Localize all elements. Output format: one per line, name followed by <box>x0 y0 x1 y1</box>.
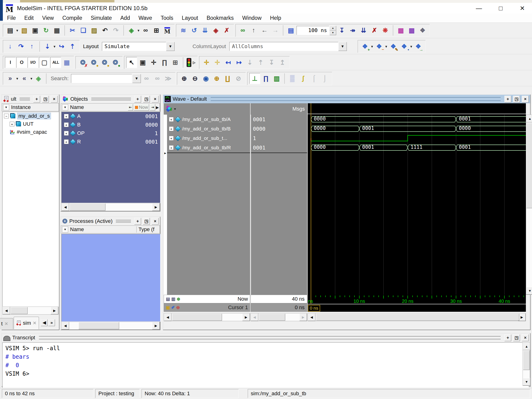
expand-all-button[interactable] <box>19 73 30 84</box>
traffic-light-dropdown[interactable]: ▷ <box>193 61 196 64</box>
reload-button[interactable] <box>41 25 51 36</box>
waveform-canvas[interactable]: 000000010000000100000000000111110001 <box>308 103 526 295</box>
scroll-thumb[interactable] <box>316 314 519 321</box>
end-simulation-button[interactable] <box>222 25 232 36</box>
wave-canvas-scrollbar[interactable] <box>308 313 526 321</box>
menu-edit[interactable]: Edit <box>20 14 38 22</box>
zoom-in-on-cursor-button[interactable] <box>212 73 222 84</box>
add-button[interactable] <box>504 334 511 341</box>
run-button[interactable] <box>337 25 347 36</box>
add-bookmark-button[interactable]: + <box>360 41 370 52</box>
cursor-time-box[interactable]: 0 ns <box>308 305 320 312</box>
scroll-track[interactable] <box>69 322 152 330</box>
transcript-panel-header[interactable]: Transcript <box>2 333 530 342</box>
menu-help[interactable]: Help <box>266 14 285 22</box>
filter-custom-button[interactable] <box>62 57 72 68</box>
object-row-r[interactable]: + R 0001 <box>62 137 160 146</box>
menu-window[interactable]: Window <box>238 14 266 22</box>
expand-dropdown[interactable]: ▾ <box>30 77 33 81</box>
objects-horizontal-scrollbar[interactable] <box>61 203 160 211</box>
scroll-track[interactable] <box>10 307 51 314</box>
spinner-down-icon[interactable]: ▼ <box>329 31 336 35</box>
expand-time-at-cursor-button[interactable] <box>309 73 319 84</box>
processes-in-region-button[interactable]: ● <box>89 57 99 68</box>
edit-mode-button[interactable] <box>170 57 180 68</box>
redo-button[interactable] <box>111 25 121 36</box>
wave-panel-header[interactable]: Wave - Default <box>163 95 530 103</box>
open-file-button[interactable] <box>19 25 30 36</box>
scroll-left-icon[interactable] <box>308 313 316 321</box>
header-expand-icon[interactable]: ▶ <box>156 105 159 110</box>
find-in-design-button[interactable] <box>211 25 221 36</box>
environment-back-button[interactable] <box>259 25 270 36</box>
scroll-up-icon[interactable] <box>526 115 532 122</box>
scroll-thumb[interactable] <box>172 314 222 321</box>
add-cursor-icon[interactable]: ⊕ <box>177 296 180 302</box>
filter-inouts-button[interactable]: I/O <box>28 57 38 68</box>
edit-bookmark-button[interactable]: ✎ <box>388 41 399 52</box>
scroll-left-icon[interactable] <box>164 313 171 321</box>
filter-icon[interactable]: ▼ <box>62 226 68 232</box>
add-button[interactable] <box>134 218 141 225</box>
expand-icon[interactable]: + <box>10 122 14 126</box>
close-panel-button[interactable] <box>152 218 158 225</box>
save-bookmarks-button[interactable]: ▪ <box>399 41 409 52</box>
layout-combo[interactable]: Simulate ▼ <box>102 42 175 51</box>
scroll-track[interactable] <box>258 313 299 321</box>
add-button[interactable] <box>134 96 141 103</box>
menu-file[interactable]: File <box>3 14 20 22</box>
expanded-time-events-button[interactable] <box>298 73 308 84</box>
search-previous-button[interactable] <box>141 73 152 84</box>
find-previous-falling-edge-button[interactable] <box>245 57 255 68</box>
edit-cursor-icon[interactable]: ▥ <box>171 296 175 302</box>
panel-grip[interactable] <box>116 220 131 223</box>
instance-tree[interactable]: − my_add_or_s + UUT #vsim_capac <box>2 112 59 306</box>
scroll-right-icon[interactable] <box>152 203 160 211</box>
run-length-input[interactable] <box>297 26 329 35</box>
add-button[interactable] <box>33 96 40 103</box>
filter-internal-button[interactable] <box>39 57 50 68</box>
close-panel-button[interactable] <box>522 334 529 341</box>
timeline-ruler[interactable]: ns10 ns20 ns30 ns40 ns <box>308 295 526 304</box>
performance-profile-button[interactable] <box>396 25 406 36</box>
processes-list[interactable] <box>61 234 160 322</box>
wave-vertical-scrollbar[interactable] <box>526 115 532 295</box>
tree-label-root[interactable]: my_add_or_s <box>17 113 51 119</box>
scroll-thumb[interactable] <box>526 123 532 208</box>
objects-list[interactable]: + A 0001 + B 0000 + OP 1 + R 0001 <box>61 112 160 203</box>
zoom-in-button[interactable] <box>179 73 190 84</box>
menu-wave[interactable]: Wave <box>134 14 156 22</box>
traffic-light-icon[interactable] <box>187 58 191 67</box>
expand-icon[interactable]: + <box>169 117 174 122</box>
cursor-row-names[interactable]: ▣ ✐ ⊖ Cursor 1 <box>164 303 250 312</box>
print-button[interactable] <box>52 25 62 36</box>
scroll-track[interactable] <box>526 122 532 287</box>
instance-column-header[interactable]: ▼ Instance <box>2 103 59 111</box>
scroll-left-icon[interactable] <box>62 322 69 330</box>
goto-bookmark-button[interactable]: → <box>413 41 424 52</box>
transcript-prompt[interactable]: VSIM 6> <box>6 369 526 378</box>
spinner-up-icon[interactable]: ▲ <box>329 26 336 31</box>
cursor-mode-button[interactable] <box>159 57 170 68</box>
menu-add[interactable]: Add <box>116 14 134 22</box>
add-bookmark-dropdown[interactable]: ▾ <box>371 44 374 48</box>
scroll-down-icon[interactable] <box>523 378 530 386</box>
environment-forward-button[interactable] <box>270 25 280 36</box>
undock-button[interactable] <box>513 96 520 103</box>
processes-active-button[interactable]: ✗ <box>78 57 88 68</box>
title-bar[interactable]: M ModelSim - INTEL FPGA STARTER EDITION … <box>3 3 532 14</box>
expand-icon[interactable]: + <box>64 131 69 136</box>
panel-grip[interactable] <box>91 98 131 100</box>
undock-button[interactable] <box>513 334 520 341</box>
objects-column-header[interactable]: ▼ Name ⇤ Now ⇥ ▶ <box>61 103 160 111</box>
wrench-icon[interactable]: ✐ <box>171 305 175 310</box>
next-event-button[interactable]: ⇥ <box>150 104 155 111</box>
close-panel-button[interactable] <box>152 96 158 103</box>
processes-column-header[interactable]: ▼ Name Type (f <box>61 225 160 233</box>
scroll-down-icon[interactable] <box>526 287 532 294</box>
processes-design-button[interactable]: ● <box>99 57 110 68</box>
object-row-b[interactable]: + B 0000 <box>62 120 160 129</box>
panel-grip[interactable] <box>39 336 501 339</box>
expand-icon[interactable]: + <box>64 114 69 118</box>
restore-defaults-button[interactable] <box>286 25 296 36</box>
